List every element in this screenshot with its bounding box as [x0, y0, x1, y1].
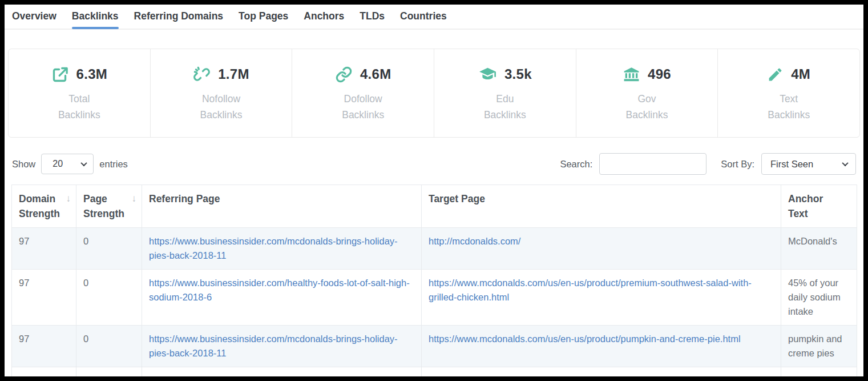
stat-value: 3.5k: [504, 66, 532, 82]
page-size-value: 20: [53, 159, 63, 169]
sort-by-value: First Seen: [770, 159, 813, 170]
table-row: [12, 367, 857, 377]
chevron-down-icon: [81, 160, 87, 166]
stat-value: 4M: [791, 66, 810, 82]
tab-backlinks[interactable]: Backlinks: [72, 10, 119, 28]
column-header-domain-strength[interactable]: Domain Strength ↓: [12, 185, 76, 228]
bank-icon: [623, 66, 640, 83]
stat-label: TotalBacklinks: [58, 91, 100, 123]
tab-anchors[interactable]: Anchors: [304, 10, 344, 28]
tab-referring-domains[interactable]: Referring Domains: [134, 10, 224, 28]
graduation-cap-icon: [478, 65, 497, 84]
referring-page-cell: https://www.businessinsider.com/mcdonald…: [142, 228, 422, 270]
chevron-down-icon: [842, 160, 848, 166]
sort-by-label: Sort By:: [721, 159, 754, 170]
backlinks-table: Domain Strength ↓ Page Strength ↓ Referr…: [11, 185, 857, 376]
column-header-referring-page: Referring Page: [142, 185, 422, 228]
stat-total-backlinks: 6.3M TotalBacklinks: [9, 49, 151, 137]
domain-strength-cell: 97: [12, 228, 76, 270]
page-strength-cell: 0: [76, 270, 142, 326]
show-label: Show: [12, 159, 35, 170]
sort-down-icon[interactable]: ↓: [132, 191, 137, 206]
tab-countries[interactable]: Countries: [400, 10, 447, 28]
link-icon: [335, 66, 353, 83]
stat-label: EduBacklinks: [484, 91, 526, 123]
stat-label: GovBacklinks: [626, 91, 668, 123]
stat-value: 496: [648, 66, 671, 82]
entries-label: entries: [99, 159, 128, 170]
page-strength-cell: 0: [76, 326, 142, 367]
target-page-link[interactable]: https://www.mcdonalds.com/us/en-us/produ…: [429, 334, 741, 344]
pencil-icon: [767, 66, 784, 83]
column-header-target-page: Target Page: [422, 185, 781, 228]
column-header-page-strength[interactable]: Page Strength ↓: [76, 185, 142, 228]
stat-value: 4.6M: [360, 66, 391, 82]
page-strength-cell: 0: [76, 228, 142, 270]
tab-tlds[interactable]: TLDs: [360, 10, 385, 28]
domain-strength-cell: 97: [12, 270, 76, 326]
stat-label: NofollowBacklinks: [200, 91, 243, 123]
table-row: 97 0 https://www.businessinsider.com/mcd…: [12, 228, 857, 270]
search-label: Search:: [560, 159, 592, 170]
target-page-cell: https://www.mcdonalds.com/us/en-us/produ…: [422, 326, 781, 367]
unlink-icon: [193, 66, 211, 83]
target-page-cell: https://www.mcdonalds.com/us/en-us/produ…: [422, 270, 781, 326]
anchor-text-cell: McDonald's: [781, 228, 857, 270]
referring-page-cell: https://www.businessinsider.com/mcdonald…: [142, 326, 422, 367]
anchor-text-cell: 45% of your daily sodium intake: [781, 270, 857, 326]
anchor-text-cell: pumpkin and creme pies: [781, 326, 857, 367]
referring-page-link[interactable]: https://www.businessinsider.com/mcdonald…: [149, 334, 398, 358]
stat-value: 6.3M: [76, 66, 108, 82]
external-link-icon: [51, 66, 69, 83]
table-controls: Show 20 entries Search: Sort By: First S…: [12, 153, 856, 175]
sort-down-icon[interactable]: ↓: [66, 191, 71, 206]
target-page-link[interactable]: https://www.mcdonalds.com/us/en-us/produ…: [429, 278, 752, 302]
report-tabs: Overview Backlinks Referring Domains Top…: [5, 5, 863, 30]
search-input[interactable]: [599, 153, 706, 175]
stat-nofollow-backlinks: 1.7M NofollowBacklinks: [151, 49, 293, 137]
table-row: 97 0 https://www.businessinsider.com/hea…: [12, 270, 857, 326]
sort-by-select[interactable]: First Seen: [761, 153, 856, 175]
target-page-link[interactable]: http://mcdonalds.com/: [429, 236, 520, 246]
target-page-cell: http://mcdonalds.com/: [422, 228, 781, 270]
domain-strength-cell: 97: [12, 326, 76, 367]
referring-page-link[interactable]: https://www.businessinsider.com/healthy-…: [149, 278, 410, 302]
tab-top-pages[interactable]: Top Pages: [239, 10, 288, 28]
page-size-select[interactable]: 20: [41, 154, 94, 174]
stat-gov-backlinks: 496 GovBacklinks: [576, 49, 718, 137]
stat-value: 1.7M: [218, 66, 249, 82]
stat-edu-backlinks: 3.5k EduBacklinks: [434, 49, 576, 137]
backlink-stats-card: 6.3M TotalBacklinks 1.7M NofollowBacklin…: [8, 49, 860, 138]
stat-label: DofollowBacklinks: [342, 91, 384, 123]
stat-label: TextBacklinks: [768, 91, 810, 123]
table-header-row: Domain Strength ↓ Page Strength ↓ Referr…: [12, 185, 857, 228]
referring-page-link[interactable]: https://www.businessinsider.com/mcdonald…: [149, 236, 398, 260]
stat-dofollow-backlinks: 4.6M DofollowBacklinks: [292, 49, 434, 137]
column-header-anchor-text: Anchor Text: [781, 185, 857, 228]
table-row: 97 0 https://www.businessinsider.com/mcd…: [12, 326, 857, 367]
referring-page-cell: https://www.businessinsider.com/healthy-…: [142, 270, 422, 326]
tab-overview[interactable]: Overview: [12, 10, 56, 28]
app-window: Overview Backlinks Referring Domains Top…: [5, 5, 863, 376]
stat-text-backlinks: 4M TextBacklinks: [718, 49, 859, 137]
